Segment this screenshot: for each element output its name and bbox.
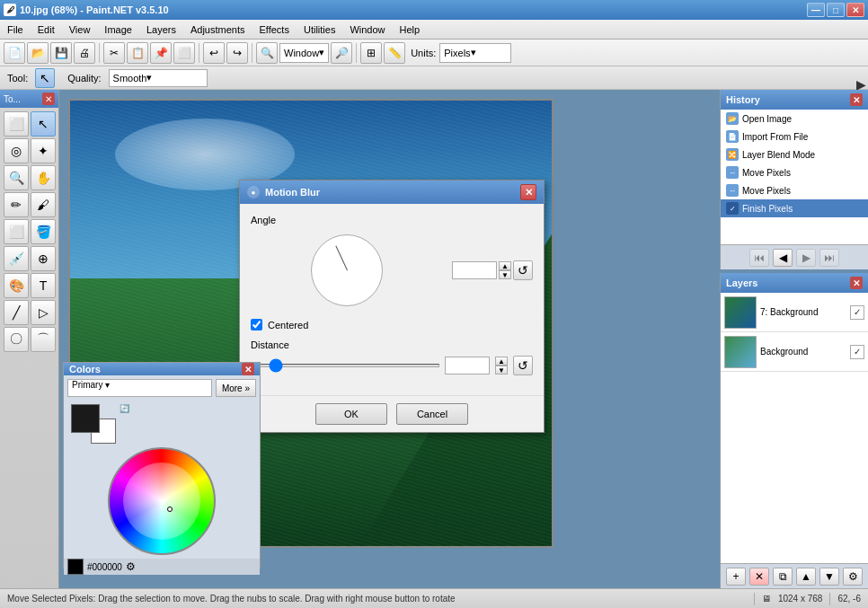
dialog-titlebar: ● Motion Blur ✕ [240,181,544,204]
copy-button[interactable]: 📋 [127,42,148,64]
cancel-button[interactable]: Cancel [396,403,468,425]
menu-effects[interactable]: Effects [252,20,297,39]
history-back-button[interactable]: ◀ [773,249,793,267]
dialog-close-button[interactable]: ✕ [520,184,536,200]
tool-zoom[interactable]: 🔍 [4,165,29,190]
new-button[interactable]: 📄 [4,42,25,64]
tool-color-picker[interactable]: 💉 [4,246,29,271]
crop-button[interactable]: ⬜ [173,42,195,64]
menu-edit[interactable]: Edit [31,20,62,39]
history-item-3[interactable]: ↔ Move Pixels [721,163,868,181]
history-forward-button[interactable]: ▶ [796,249,816,267]
menu-layers[interactable]: Layers [139,20,183,39]
view-dropdown[interactable]: Window ▾ [279,43,329,63]
primary-color-swatch[interactable] [71,404,100,433]
history-close-button[interactable]: ✕ [850,93,863,106]
layer-check-1[interactable]: ✓ [850,345,864,359]
layer-up-button[interactable]: ▲ [796,568,816,586]
distance-input[interactable]: 10 [445,357,490,374]
color-settings-icon[interactable]: ⚙ [126,560,136,573]
angle-spin-down[interactable]: ▼ [499,270,511,279]
tool-paintbrush[interactable]: 🖌 [31,192,56,217]
layer-down-button[interactable]: ▼ [819,568,839,586]
layer-properties-button[interactable]: ⚙ [843,568,863,586]
menu-adjustments[interactable]: Adjustments [183,20,252,39]
tool-fill[interactable]: 🪣 [31,219,56,244]
menu-view[interactable]: View [62,20,98,39]
tool-pencil[interactable]: ✏ [4,192,29,217]
layers-close-button[interactable]: ✕ [850,277,863,289]
history-first-button[interactable]: ⏮ [749,249,769,267]
history-item-5[interactable]: ✓ Finish Pixels [721,199,868,217]
history-last-button[interactable]: ⏭ [819,249,839,267]
maximize-button[interactable]: □ [827,3,845,17]
grid-button[interactable]: ⊞ [360,42,382,64]
distance-spin-down[interactable]: ▼ [495,366,508,374]
history-icon-4: ↔ [726,184,739,197]
colors-more-button[interactable]: More » [216,379,256,397]
tool-pan[interactable]: ✋ [31,165,56,190]
angle-input[interactable]: 25.00 [452,261,497,279]
cut-button[interactable]: ✂ [103,42,125,64]
angle-input-area: 25.00 ▲ ▼ ↺ [452,260,533,280]
history-item-0[interactable]: 📂 Open Image [721,110,868,128]
angle-dial[interactable] [311,234,383,306]
paste-button[interactable]: 📌 [150,42,172,64]
active-tool-icon[interactable]: ↖ [35,68,55,88]
distance-slider[interactable] [251,364,439,367]
color-wheel[interactable] [108,447,216,555]
ok-button[interactable]: OK [315,403,387,425]
layer-item-1[interactable]: Background ✓ [721,332,868,372]
zoom-in-button[interactable]: 🔎 [331,42,352,64]
tool-eraser[interactable]: ⬜ [4,219,29,244]
tool-freeform[interactable]: ⌒ [31,327,56,352]
tool-text[interactable]: T [31,273,56,298]
menu-utilities[interactable]: Utilities [297,20,342,39]
tool-lasso[interactable]: ◎ [4,138,29,163]
layer-delete-button[interactable]: ✕ [749,568,769,586]
toolbox-close[interactable]: ✕ [42,93,55,105]
angle-spin-up[interactable]: ▲ [499,261,511,270]
minimize-button[interactable]: — [807,3,825,17]
menu-image[interactable]: Image [97,20,139,39]
color-footer-swatch[interactable] [67,559,84,575]
history-item-4[interactable]: ↔ Move Pixels [721,181,868,199]
tool-ellipse[interactable]: 〇 [4,327,29,352]
layer-check-0[interactable]: ✓ [850,305,864,320]
tool-rectangle-select[interactable]: ⬜ [4,111,29,137]
quality-dropdown[interactable]: Smooth ▾ [109,69,208,87]
layer-duplicate-button[interactable]: ⧉ [773,568,793,586]
menu-file[interactable]: File [0,20,31,39]
print-button[interactable]: 🖨 [74,42,95,64]
status-bar: Move Selected Pixels: Drag the selection… [0,588,868,608]
history-item-2[interactable]: 🔀 Layer Blend Mode [721,145,868,163]
undo-button[interactable]: ↩ [203,42,225,64]
history-item-label-1: Import From File [742,132,808,142]
history-item-1[interactable]: 📄 Import From File [721,128,868,145]
tool-move[interactable]: ↖ [31,111,56,137]
centered-checkbox[interactable] [251,319,262,330]
tool-magic-wand[interactable]: ✦ [31,138,56,163]
tool-clone[interactable]: ⊕ [31,246,56,271]
status-dimensions: 1024 x 768 [778,594,823,604]
open-button[interactable]: 📂 [27,42,49,64]
tool-shapes[interactable]: ▷ [31,300,56,325]
layer-add-button[interactable]: + [726,568,746,586]
rulers-button[interactable]: 📏 [384,42,405,64]
layer-item-0[interactable]: 7: Background ✓ [721,293,868,332]
layers-toolbar: + ✕ ⧉ ▲ ▼ ⚙ [721,563,868,588]
tool-recolor[interactable]: 🎨 [4,273,29,298]
angle-reset-button[interactable]: ↺ [513,260,533,280]
menu-help[interactable]: Help [393,20,428,39]
color-mode-dropdown[interactable]: Primary ▾ [67,379,212,397]
distance-reset-button[interactable]: ↺ [513,356,533,375]
distance-spin-up[interactable]: ▲ [495,357,508,366]
zoom-out-button[interactable]: 🔍 [256,42,278,64]
colors-close-button[interactable]: ✕ [242,363,254,375]
redo-button[interactable]: ↪ [226,42,248,64]
menu-window[interactable]: Window [342,20,392,39]
save-button[interactable]: 💾 [50,42,72,64]
units-dropdown[interactable]: Pixels ▾ [439,43,511,63]
tool-line[interactable]: ╱ [4,300,29,325]
close-button[interactable]: ✕ [846,3,864,17]
